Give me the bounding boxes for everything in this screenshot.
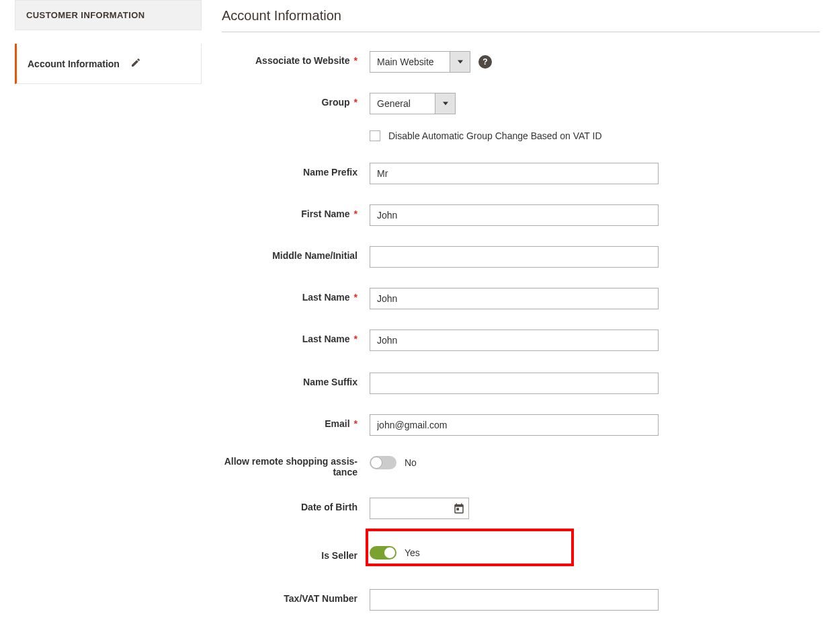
associate-website-value: Main Website (370, 52, 450, 72)
is-seller-toggle[interactable] (370, 546, 396, 559)
name-suffix-input[interactable] (370, 373, 659, 394)
chevron-down-icon[interactable] (435, 93, 455, 114)
disable-auto-group-checkbox[interactable] (370, 130, 380, 141)
label-last-name-2: Last Name* (222, 330, 370, 344)
help-icon[interactable]: ? (478, 55, 492, 69)
sidebar-header: CUSTOMER INFORMATION (15, 0, 202, 30)
tax-vat-input[interactable] (370, 589, 659, 611)
sidebar-item-account-information[interactable]: Account Information (15, 44, 202, 84)
group-value: General (370, 93, 435, 114)
calendar-icon[interactable] (452, 501, 466, 516)
toggle-knob (370, 457, 382, 469)
label-last-name: Last Name* (222, 288, 370, 303)
name-prefix-input[interactable] (370, 163, 659, 184)
associate-website-select[interactable]: Main Website (370, 51, 470, 73)
label-is-seller: Is Seller (222, 546, 370, 561)
label-name-prefix: Name Prefix (222, 163, 370, 178)
label-dob: Date of Birth (222, 498, 370, 512)
sidebar-item-label: Account Information (28, 59, 120, 69)
label-remote-assist: Allow remote shopping assis­tance (222, 456, 370, 477)
last-name-input[interactable] (370, 288, 659, 309)
section-title: Account Information (222, 0, 820, 32)
pencil-icon (130, 57, 141, 70)
label-tax-vat: Tax/VAT Number (222, 589, 370, 604)
middle-name-input[interactable] (370, 246, 659, 268)
email-input[interactable] (370, 414, 659, 436)
toggle-knob (384, 547, 396, 559)
label-name-suffix: Name Suffix (222, 373, 370, 387)
main-content: Account Information Associate to Website… (202, 0, 840, 618)
group-select[interactable]: General (370, 93, 456, 114)
sidebar: CUSTOMER INFORMATION Account Information (15, 0, 202, 618)
last-name-input-2[interactable] (370, 330, 659, 351)
label-associate-website: Associate to Website* (222, 51, 370, 66)
label-group: Group* (222, 93, 370, 108)
is-seller-value: Yes (405, 547, 420, 558)
remote-assist-toggle[interactable] (370, 456, 396, 469)
chevron-down-icon[interactable] (450, 52, 470, 72)
label-middle-name: Middle Name/Initial (222, 246, 370, 261)
disable-auto-group-label: Disable Automatic Group Change Based on … (388, 130, 602, 141)
label-first-name: First Name* (222, 204, 370, 219)
remote-assist-value: No (405, 457, 417, 468)
first-name-input[interactable] (370, 204, 659, 226)
label-email: Email* (222, 414, 370, 429)
